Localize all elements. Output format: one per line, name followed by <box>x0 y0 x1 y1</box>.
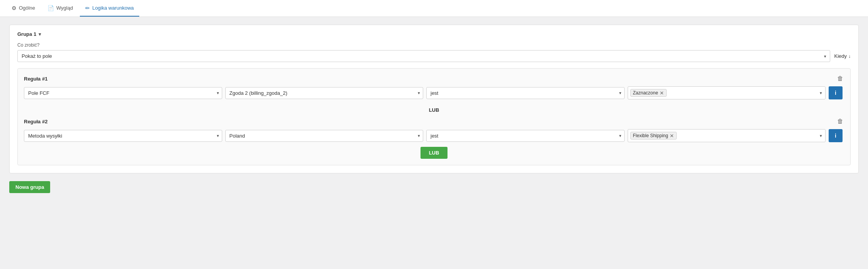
rule1-info-label: i <box>835 90 836 96</box>
co-zrobic-row: Pokaż to pole ▾ Kiedy ↓ <box>17 50 851 62</box>
main-content: Grupa 1 ▾ Co zrobić? Pokaż to pole ▾ Kie… <box>0 17 868 269</box>
tab-ogolne[interactable]: ⚙ Ogólne <box>6 0 41 17</box>
field-select-wrapper: Pokaż to pole ▾ <box>17 50 830 62</box>
rule1-col4-arrow-icon: ▾ <box>820 91 822 96</box>
tab-wyglad-label: Wygląd <box>56 5 73 11</box>
kiedy-text: Kiedy <box>834 53 847 59</box>
kiedy-label: Kiedy ↓ <box>834 53 851 59</box>
group-header[interactable]: Grupa 1 ▾ <box>17 31 851 37</box>
rule2-col1-select[interactable]: Metoda wysyłki <box>24 130 222 142</box>
rule2-col4-arrow-icon: ▾ <box>820 133 822 138</box>
nowa-grupa-button[interactable]: Nowa grupa <box>9 181 50 193</box>
lub-btn-label: LUB <box>429 150 439 156</box>
tab-ogolne-label: Ogólne <box>19 5 35 11</box>
kiedy-arrow-icon: ↓ <box>848 54 851 59</box>
file-icon: 📄 <box>47 5 54 11</box>
group-chevron-icon: ▾ <box>39 32 41 37</box>
rule1-header-row: Reguła #1 🗑 <box>24 75 844 82</box>
lub-btn-container: LUB <box>24 147 844 159</box>
rules-area: Reguła #1 🗑 Pole FCF ▾ Zgoda 2 (billi <box>17 68 851 165</box>
rule2-header-row: Reguła #2 🗑 <box>24 118 844 125</box>
group-label: Grupa 1 <box>17 31 36 37</box>
rule1-tag-item: Zaznaczone ✕ <box>630 89 667 97</box>
rule1-block: Reguła #1 🗑 Pole FCF ▾ Zgoda 2 (billi <box>24 75 844 99</box>
rule1-col4-tag-wrapper[interactable]: Zaznaczone ✕ ▾ <box>628 86 826 99</box>
lub-add-button[interactable]: LUB <box>420 147 448 159</box>
rule2-tag-remove-button[interactable]: ✕ <box>670 133 674 138</box>
rule2-col4-tag-wrapper[interactable]: Flexible Shipping ✕ ▾ <box>628 129 826 142</box>
rule1-row: Pole FCF ▾ Zgoda 2 (billing_zgoda_2) ▾ <box>24 86 844 99</box>
rule2-row: Metoda wysyłki ▾ Poland ▾ jest <box>24 129 844 142</box>
nowa-grupa-label: Nowa grupa <box>15 184 44 190</box>
rule2-tag-text: Flexible Shipping <box>633 133 668 138</box>
top-nav: ⚙ Ogólne 📄 Wygląd ✏ Logika warunkowa <box>0 0 868 17</box>
tab-logika-label: Logika warunkowa <box>92 5 134 11</box>
rule2-block: Reguła #2 🗑 Metoda wysyłki ▾ Poland <box>24 118 844 142</box>
rule2-col3-wrapper: jest ▾ <box>426 130 625 142</box>
rule2-tag-item: Flexible Shipping ✕ <box>630 132 677 140</box>
co-zrobic-label: Co zrobić? <box>17 42 851 48</box>
rule2-delete-button[interactable]: 🗑 <box>836 118 844 125</box>
rule1-info-button[interactable]: i <box>829 86 843 99</box>
tab-wyglad[interactable]: 📄 Wygląd <box>42 0 78 17</box>
rule1-tag-text: Zaznaczone <box>633 90 658 96</box>
gear-icon: ⚙ <box>12 5 17 11</box>
rule1-label: Reguła #1 <box>24 76 47 82</box>
rule2-col1-wrapper: Metoda wysyłki ▾ <box>24 130 222 142</box>
lub-separator: LUB <box>24 103 844 118</box>
pencil-icon: ✏ <box>85 5 90 11</box>
co-zrobic-section: Co zrobić? Pokaż to pole ▾ Kiedy ↓ <box>17 42 851 62</box>
rule1-tag-remove-button[interactable]: ✕ <box>660 91 664 96</box>
rule1-col3-wrapper: jest ▾ <box>426 87 625 99</box>
rule1-col2-wrapper: Zgoda 2 (billing_zgoda_2) ▾ <box>225 87 424 99</box>
rule2-col2-select[interactable]: Poland <box>225 130 424 142</box>
group-container: Grupa 1 ▾ Co zrobić? Pokaż to pole ▾ Kie… <box>9 25 859 173</box>
rule2-info-button[interactable]: i <box>829 129 843 142</box>
rule2-label: Reguła #2 <box>24 119 47 124</box>
rule2-col2-wrapper: Poland ▾ <box>225 130 424 142</box>
rule2-col3-select[interactable]: jest <box>426 130 625 142</box>
field-select[interactable]: Pokaż to pole <box>17 50 830 62</box>
rule2-info-label: i <box>835 133 836 139</box>
rule1-col1-wrapper: Pole FCF ▾ <box>24 87 222 99</box>
rule1-col1-select[interactable]: Pole FCF <box>24 87 222 99</box>
rule1-col3-select[interactable]: jest <box>426 87 625 99</box>
rule1-delete-button[interactable]: 🗑 <box>836 75 844 82</box>
rule1-col2-select[interactable]: Zgoda 2 (billing_zgoda_2) <box>225 87 424 99</box>
tab-logika[interactable]: ✏ Logika warunkowa <box>80 0 139 17</box>
